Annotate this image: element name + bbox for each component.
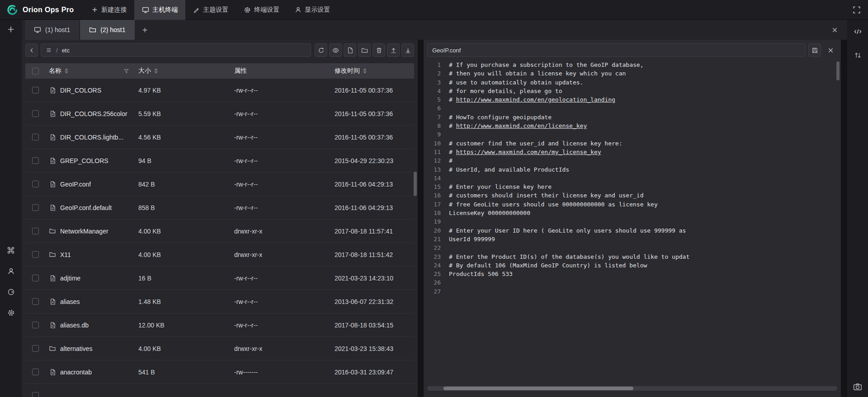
new-tab-icon[interactable] xyxy=(136,20,155,40)
breadcrumb[interactable]: / etc xyxy=(41,43,311,57)
refresh-icon[interactable] xyxy=(315,43,327,57)
close-tab-icon[interactable] xyxy=(831,27,838,33)
folder-icon xyxy=(49,345,56,352)
editor-horizontal-scroll-thumb[interactable] xyxy=(443,387,633,390)
row-checkbox[interactable] xyxy=(32,251,39,258)
back-icon[interactable] xyxy=(25,43,38,57)
breadcrumb-path[interactable]: etc xyxy=(62,47,70,54)
row-checkbox[interactable] xyxy=(32,322,39,328)
table-row[interactable]: aliases.db12.00 KB-rw-r--r--2017-08-18 0… xyxy=(25,313,414,337)
topbar: Orion Ops Pro 新建连接 主机终端 主题设置 xyxy=(0,0,868,20)
settings-gear-icon[interactable] xyxy=(5,307,16,318)
table-row[interactable]: adjtime16 B-rw-r--r--2021-03-23 14:23:10 xyxy=(25,266,414,290)
row-checkbox[interactable] xyxy=(32,87,39,93)
fullscreen-icon[interactable] xyxy=(853,6,861,14)
table-row[interactable]: GREP_COLORS94 B-rw-r--r--2015-04-29 22:3… xyxy=(25,149,414,173)
sort-size-icon[interactable] xyxy=(154,68,158,74)
link-text[interactable]: https://www.maxmind.com/en/my_license_ke… xyxy=(456,149,601,155)
tab-label: (2) host1 xyxy=(100,26,125,33)
upload-icon[interactable] xyxy=(387,43,400,57)
table-row[interactable]: alternatives4.00 KBdrwxr-xr-x2021-03-23 … xyxy=(25,337,414,360)
code-line: 7# HowTo configure geoipupdate xyxy=(427,113,837,121)
camera-icon[interactable] xyxy=(853,383,862,391)
new-folder-icon[interactable] xyxy=(358,43,371,57)
table-row[interactable]: aliases1.48 KB-rw-r--r--2013-06-07 22:31… xyxy=(25,290,414,313)
file-attr: -rw-r--r-- xyxy=(234,87,258,94)
line-text xyxy=(441,287,449,296)
row-checkbox[interactable] xyxy=(32,110,39,117)
table-row[interactable] xyxy=(25,384,414,397)
editor-code[interactable]: 1# If you purchase a subscription to the… xyxy=(427,61,837,296)
table-row[interactable]: DIR_COLORS4.97 KB-rw-r--r--2016-11-05 00… xyxy=(25,79,414,102)
table-row[interactable]: DIR_COLORS.256color5.59 KB-rw-r--r--2016… xyxy=(25,102,414,126)
row-checkbox[interactable] xyxy=(32,204,39,211)
menu-item-terminal-settings[interactable]: 终端设置 xyxy=(236,0,287,20)
row-checkbox[interactable] xyxy=(32,275,39,281)
menu-item-theme-settings[interactable]: 主题设置 xyxy=(185,0,236,20)
editor-vertical-scrollbar[interactable] xyxy=(836,61,840,80)
filter-icon[interactable] xyxy=(123,68,129,74)
file-mtime: 2017-08-18 03:54:15 xyxy=(335,322,393,329)
brand: Orion Ops Pro xyxy=(0,4,74,16)
table-row[interactable]: X114.00 KBdrwxr-xr-x2017-08-18 11:51:42 xyxy=(25,243,414,266)
row-checkbox[interactable] xyxy=(32,181,39,187)
menu-item-new-connection[interactable]: 新建连接 xyxy=(84,0,134,20)
code-line: 24# By default 106 (MaxMind GeoIP Countr… xyxy=(427,261,837,270)
code-line: 17# free GeoLite users should use 000000… xyxy=(427,200,837,209)
table-row[interactable]: GeoIP.conf842 B-rw-r--r--2016-11-06 04:2… xyxy=(25,173,414,196)
line-number: 7 xyxy=(427,113,441,121)
line-number: 12 xyxy=(427,156,441,165)
tab-host1-1[interactable]: (1) host1 xyxy=(25,20,79,40)
table-row[interactable]: NetworkManager4.00 KBdrwxr-xr-x2017-08-1… xyxy=(25,220,414,243)
code-line: 5# http://www.maxmind.com/en/geolocation… xyxy=(427,95,837,104)
eye-icon[interactable] xyxy=(329,43,342,57)
new-file-icon[interactable] xyxy=(344,43,356,57)
line-text xyxy=(441,104,449,112)
editor-horizontal-scrollbar[interactable] xyxy=(427,386,837,391)
line-number: 21 xyxy=(427,235,441,243)
file-mtime: 2016-11-06 04:29:13 xyxy=(335,181,393,188)
link-text[interactable]: http://www.maxmind.com/en/license_key xyxy=(456,122,587,129)
file-icon xyxy=(49,157,56,164)
line-number: 9 xyxy=(427,130,441,139)
table-row[interactable]: DIR_COLORS.lightb...4.56 KB-rw-r--r--201… xyxy=(25,126,414,149)
select-all-checkbox[interactable] xyxy=(32,68,39,75)
row-checkbox[interactable] xyxy=(32,134,39,140)
theme-skin-icon[interactable] xyxy=(5,286,16,297)
menu-item-display-settings[interactable]: 显示设置 xyxy=(287,0,338,20)
line-number: 1 xyxy=(427,61,441,69)
delete-icon[interactable] xyxy=(373,43,385,57)
command-icon[interactable] xyxy=(5,245,16,256)
editor-filename-field[interactable]: GeoIP.conf xyxy=(427,43,806,57)
file-attr: drwxr-xr-x xyxy=(234,345,262,352)
editor-close-icon[interactable] xyxy=(824,43,837,57)
table-row[interactable]: GeoIP.conf.default858 B-rw-r--r--2016-11… xyxy=(25,196,414,220)
file-attr: -rw-r--r-- xyxy=(234,181,258,188)
tab-host1-2[interactable]: (2) host1 xyxy=(80,20,134,40)
link-text[interactable]: http://www.maxmind.com/en/geolocation_la… xyxy=(456,96,615,103)
file-icon xyxy=(49,110,56,117)
code-line: 22 xyxy=(427,243,837,252)
row-checkbox[interactable] xyxy=(32,345,39,352)
table-row[interactable]: anacrontab541 B-rw-------2016-03-31 23:0… xyxy=(25,360,414,384)
code-panel-icon[interactable] xyxy=(852,26,863,37)
sort-name-icon[interactable] xyxy=(65,68,68,74)
sort-mtime-icon[interactable] xyxy=(363,68,367,74)
row-checkbox[interactable] xyxy=(32,157,39,164)
download-icon[interactable] xyxy=(401,43,414,57)
row-checkbox[interactable] xyxy=(32,369,39,375)
file-list-scrollbar[interactable] xyxy=(414,172,417,196)
transfer-list-icon[interactable] xyxy=(852,50,863,61)
line-number: 20 xyxy=(427,226,441,235)
file-icon xyxy=(49,204,56,211)
save-icon[interactable] xyxy=(808,43,821,57)
row-checkbox[interactable] xyxy=(32,228,39,234)
row-checkbox[interactable] xyxy=(32,298,39,305)
file-size: 4.56 KB xyxy=(138,134,161,141)
file-manager-panel: / etc xyxy=(22,40,418,397)
menu-item-host-terminal[interactable]: 主机终端 xyxy=(134,0,185,20)
add-connection-icon[interactable] xyxy=(7,25,15,33)
user-icon[interactable] xyxy=(5,266,16,276)
file-attr: -rw------- xyxy=(234,369,258,376)
row-checkbox[interactable] xyxy=(32,392,39,397)
